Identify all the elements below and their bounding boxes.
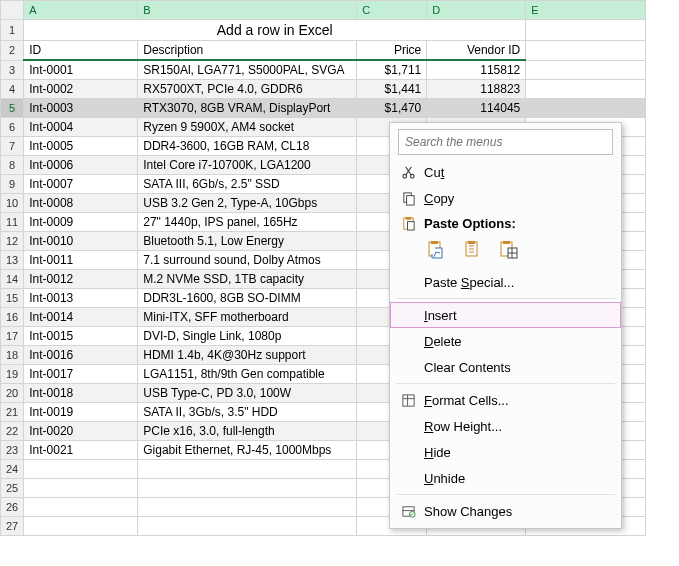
cell-id[interactable]: Int-0011 — [24, 251, 138, 270]
menu-search-input[interactable] — [398, 129, 613, 155]
row-header-5[interactable]: 5 — [1, 99, 24, 118]
menu-clear-contents[interactable]: Clear Contents — [390, 354, 621, 380]
row-header-23[interactable]: 23 — [1, 441, 24, 460]
paste-formatting-button[interactable] — [496, 237, 522, 263]
cell-desc[interactable]: Ryzen 9 5900X, AM4 socket — [138, 118, 357, 137]
cell-id[interactable]: Int-0004 — [24, 118, 138, 137]
row-header-9[interactable]: 9 — [1, 175, 24, 194]
col-header-D[interactable]: D — [427, 1, 526, 20]
header-desc[interactable]: Description — [138, 41, 357, 61]
row-3[interactable]: 3Int-0001SR150Al, LGA771, S5000PAL, SVGA… — [1, 60, 646, 80]
cell-id[interactable]: Int-0016 — [24, 346, 138, 365]
cell-desc[interactable]: RX5700XT, PCIe 4.0, GDDR6 — [138, 80, 357, 99]
row-header-25[interactable]: 25 — [1, 479, 24, 498]
cell-E2[interactable] — [526, 41, 646, 61]
cell-desc[interactable]: DVI-D, Single Link, 1080p — [138, 327, 357, 346]
cell-vendor[interactable]: 114045 — [427, 99, 526, 118]
cell-desc[interactable]: HDMI 1.4b, 4K@30Hz support — [138, 346, 357, 365]
cell-id[interactable]: Int-0010 — [24, 232, 138, 251]
cell-E1[interactable] — [526, 20, 646, 41]
cell-price[interactable]: $1,470 — [357, 99, 427, 118]
row-header-10[interactable]: 10 — [1, 194, 24, 213]
empty-cell[interactable] — [24, 479, 138, 498]
cell-desc[interactable]: SATA II, 3Gb/s, 3.5" HDD — [138, 403, 357, 422]
cell-id[interactable]: Int-0005 — [24, 137, 138, 156]
cell-id[interactable]: Int-0003 — [24, 99, 138, 118]
row-header-6[interactable]: 6 — [1, 118, 24, 137]
cell-id[interactable]: Int-0020 — [24, 422, 138, 441]
empty-cell[interactable] — [138, 479, 357, 498]
row-4[interactable]: 4Int-0002RX5700XT, PCIe 4.0, GDDR6$1,441… — [1, 80, 646, 99]
cell-id[interactable]: Int-0002 — [24, 80, 138, 99]
cell-id[interactable]: Int-0007 — [24, 175, 138, 194]
cell-E5[interactable] — [526, 99, 646, 118]
row-header-14[interactable]: 14 — [1, 270, 24, 289]
title-cell[interactable]: Add a row in Excel — [24, 20, 526, 41]
row-header-24[interactable]: 24 — [1, 460, 24, 479]
menu-insert[interactable]: Insert — [390, 302, 621, 328]
cell-desc[interactable]: SR150Al, LGA771, S5000PAL, SVGA — [138, 60, 357, 80]
row-header-1[interactable]: 1 — [1, 20, 24, 41]
row-header-17[interactable]: 17 — [1, 327, 24, 346]
paste-keep-source-button[interactable] — [424, 237, 450, 263]
empty-cell[interactable] — [138, 498, 357, 517]
cell-id[interactable]: Int-0021 — [24, 441, 138, 460]
menu-show-changes[interactable]: Show Changes — [390, 498, 621, 524]
cell-id[interactable]: Int-0017 — [24, 365, 138, 384]
paste-values-button[interactable] — [460, 237, 486, 263]
cell-desc[interactable]: 7.1 surround sound, Dolby Atmos — [138, 251, 357, 270]
cell-desc[interactable]: Bluetooth 5.1, Low Energy — [138, 232, 357, 251]
cell-id[interactable]: Int-0001 — [24, 60, 138, 80]
col-header-A[interactable]: A — [24, 1, 138, 20]
row-header-4[interactable]: 4 — [1, 80, 24, 99]
col-header-C[interactable]: C — [357, 1, 427, 20]
cell-price[interactable]: $1,711 — [357, 60, 427, 80]
cell-desc[interactable]: DDR4-3600, 16GB RAM, CL18 — [138, 137, 357, 156]
menu-unhide[interactable]: Unhide — [390, 465, 621, 491]
header-id[interactable]: ID — [24, 41, 138, 61]
row-5[interactable]: 5Int-0003RTX3070, 8GB VRAM, DisplayPort$… — [1, 99, 646, 118]
row-header-18[interactable]: 18 — [1, 346, 24, 365]
cell-desc[interactable]: Intel Core i7-10700K, LGA1200 — [138, 156, 357, 175]
cell-id[interactable]: Int-0008 — [24, 194, 138, 213]
row-header-19[interactable]: 19 — [1, 365, 24, 384]
cell-desc[interactable]: SATA III, 6Gb/s, 2.5" SSD — [138, 175, 357, 194]
header-vendor[interactable]: Vendor ID — [427, 41, 526, 61]
row-header-8[interactable]: 8 — [1, 156, 24, 175]
row-header-15[interactable]: 15 — [1, 289, 24, 308]
cell-desc[interactable]: Gigabit Ethernet, RJ-45, 1000Mbps — [138, 441, 357, 460]
cell-id[interactable]: Int-0012 — [24, 270, 138, 289]
cell-E3[interactable] — [526, 60, 646, 80]
menu-delete[interactable]: Delete — [390, 328, 621, 354]
cell-desc[interactable]: LGA1151, 8th/9th Gen compatible — [138, 365, 357, 384]
cell-desc[interactable]: PCIe x16, 3.0, full-length — [138, 422, 357, 441]
row-1[interactable]: 1Add a row in Excel — [1, 20, 646, 41]
header-price[interactable]: Price — [357, 41, 427, 61]
menu-format-cells[interactable]: Format Cells... — [390, 387, 621, 413]
cell-desc[interactable]: M.2 NVMe SSD, 1TB capacity — [138, 270, 357, 289]
cell-desc[interactable]: 27" 1440p, IPS panel, 165Hz — [138, 213, 357, 232]
row-header-22[interactable]: 22 — [1, 422, 24, 441]
cell-price[interactable]: $1,441 — [357, 80, 427, 99]
menu-row-height[interactable]: Row Height... — [390, 413, 621, 439]
empty-cell[interactable] — [24, 517, 138, 536]
row-header-20[interactable]: 20 — [1, 384, 24, 403]
row-header-13[interactable]: 13 — [1, 251, 24, 270]
cell-id[interactable]: Int-0013 — [24, 289, 138, 308]
menu-cut[interactable]: Cut — [390, 159, 621, 185]
row-header-7[interactable]: 7 — [1, 137, 24, 156]
cell-desc[interactable]: USB Type-C, PD 3.0, 100W — [138, 384, 357, 403]
select-all-corner[interactable] — [1, 1, 24, 20]
cell-id[interactable]: Int-0019 — [24, 403, 138, 422]
empty-cell[interactable] — [24, 498, 138, 517]
col-header-B[interactable]: B — [138, 1, 357, 20]
cell-desc[interactable]: Mini-ITX, SFF motherboard — [138, 308, 357, 327]
cell-E4[interactable] — [526, 80, 646, 99]
row-header-21[interactable]: 21 — [1, 403, 24, 422]
empty-cell[interactable] — [138, 460, 357, 479]
cell-desc[interactable]: USB 3.2 Gen 2, Type-A, 10Gbps — [138, 194, 357, 213]
row-2[interactable]: 2IDDescriptionPriceVendor ID — [1, 41, 646, 61]
empty-cell[interactable] — [138, 517, 357, 536]
row-header-26[interactable]: 26 — [1, 498, 24, 517]
cell-id[interactable]: Int-0009 — [24, 213, 138, 232]
